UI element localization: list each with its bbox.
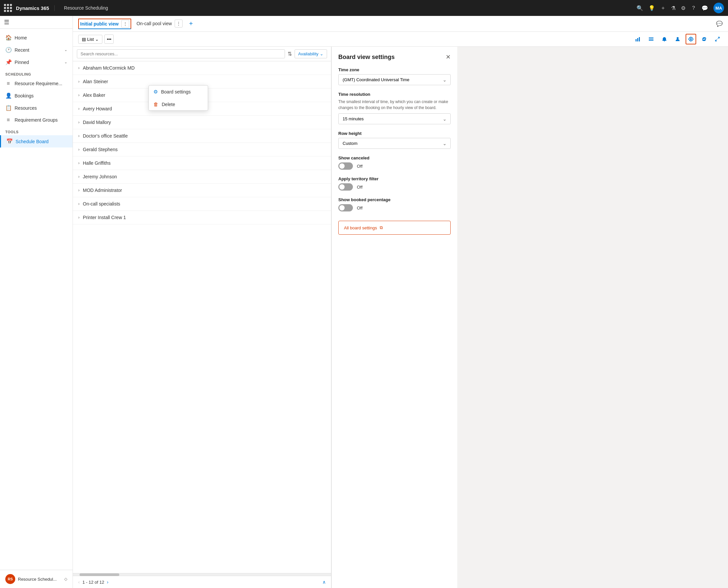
- add-icon[interactable]: ＋: [660, 5, 666, 12]
- time-zone-section: Time zone (GMT) Coordinated Universal Ti…: [338, 67, 451, 85]
- pin-icon: 📌: [5, 59, 11, 65]
- app-launcher-icon[interactable]: [4, 4, 12, 12]
- chat-icon[interactable]: 💬: [702, 5, 708, 11]
- svg-rect-3: [649, 38, 654, 38]
- add-tab-button[interactable]: +: [189, 20, 193, 27]
- recent-icon: 🕐: [5, 47, 11, 53]
- help-icon[interactable]: ？: [691, 5, 696, 12]
- table-row[interactable]: › David Mallory: [73, 116, 331, 129]
- alerts-icon-button[interactable]: [659, 34, 670, 44]
- toolbar-left: ▤ List ⌄ •••: [78, 35, 630, 44]
- schedule-board-icon: 📅: [6, 138, 12, 145]
- row-height-label: Row height: [338, 131, 451, 136]
- toolbar-more-button[interactable]: •••: [104, 35, 114, 44]
- hamburger-icon[interactable]: ☰: [4, 19, 9, 25]
- table-row[interactable]: › Doctor's office Seattle: [73, 129, 331, 143]
- settings-close-button[interactable]: ✕: [446, 54, 451, 61]
- user-filter-icon-button[interactable]: [672, 34, 683, 44]
- sidebar: ☰ 🏠 Home 🕐 Recent ⌄ 📌 Pinned ⌄ Schedulin…: [0, 16, 73, 588]
- filter-icon[interactable]: ⚗: [671, 5, 676, 11]
- table-row[interactable]: › Jeremy Johnson: [73, 170, 331, 184]
- expand-icon-button[interactable]: [712, 34, 723, 44]
- board-settings-icon-button[interactable]: [686, 34, 696, 44]
- sort-icon-button[interactable]: ⇅: [287, 51, 292, 57]
- user-avatar[interactable]: MA: [713, 3, 724, 13]
- resource-panel-header: ⇅ Availability ⌄: [73, 47, 331, 61]
- sidebar-bottom: RS Resource Schedul... ◇: [0, 570, 72, 588]
- multiselect-icon-button[interactable]: [646, 34, 657, 44]
- resource-name: Alan Steiner: [83, 79, 108, 84]
- resource-name: David Mallory: [83, 120, 111, 125]
- tab-more-button[interactable]: ⋮: [175, 20, 183, 27]
- collapse-icon[interactable]: ∧: [322, 580, 326, 585]
- all-board-settings-link[interactable]: All board settings ⧉: [338, 221, 451, 235]
- table-row[interactable]: › Halle Griffiths: [73, 156, 331, 170]
- board-view-settings-panel: Board view settings ✕ Time zone (GMT) Co…: [331, 47, 457, 588]
- resource-name: Halle Griffiths: [83, 161, 111, 166]
- resource-panel: ⇅ Availability ⌄ › Abraham McCormick MD …: [73, 47, 331, 588]
- all-board-settings-label: All board settings: [344, 225, 377, 230]
- view-list-button[interactable]: ▤ List ⌄: [78, 35, 102, 44]
- search-icon[interactable]: 🔍: [637, 5, 643, 11]
- sidebar-item-schedule-board[interactable]: 📅 Schedule Board: [0, 135, 72, 147]
- table-row[interactable]: › Printer Install Crew 1: [73, 211, 331, 224]
- delete-menu-item[interactable]: 🗑 Delete: [149, 98, 208, 110]
- show-booked-percentage-toggle[interactable]: [338, 204, 353, 211]
- time-resolution-desc: The smallest interval of time, by which …: [338, 99, 451, 111]
- scroll-bar[interactable]: [73, 573, 331, 576]
- chat-panel-icon[interactable]: 💬: [716, 21, 723, 27]
- time-resolution-label: Time resolution: [338, 92, 451, 97]
- chevron-right-icon: ›: [78, 215, 80, 220]
- scroll-thumb[interactable]: [80, 573, 119, 576]
- tab-on-call-pool-view[interactable]: On-call pool view ⋮: [132, 17, 187, 31]
- table-row[interactable]: › Abraham McCormick MD: [73, 61, 331, 75]
- time-zone-select-wrapper: (GMT) Coordinated Universal Time: [338, 74, 451, 85]
- top-nav: Dynamics 365 Resource Scheduling 🔍 💡 ＋ ⚗…: [0, 0, 728, 16]
- prev-page-button[interactable]: ‹: [78, 580, 80, 585]
- apply-territory-filter-toggle-label: Off: [357, 185, 363, 190]
- view-label: List: [87, 37, 94, 42]
- gear-icon[interactable]: ⚙: [681, 5, 686, 11]
- sidebar-item-resource-requirements[interactable]: ≡ Resource Requireme...: [0, 78, 72, 89]
- apply-territory-filter-toggle[interactable]: [338, 183, 353, 191]
- sidebar-item-bookings[interactable]: 👤 Bookings: [0, 89, 72, 102]
- row-height-select[interactable]: Custom: [338, 138, 451, 149]
- board-settings-menu-item[interactable]: ⚙ Board settings: [149, 85, 208, 98]
- sidebar-item-label: Recent: [15, 47, 61, 53]
- sidebar-item-requirement-groups[interactable]: ≡ Requirement Groups: [0, 114, 72, 126]
- page-text: 1 - 12 of 12: [83, 580, 104, 585]
- time-zone-select[interactable]: (GMT) Coordinated Universal Time: [338, 74, 451, 85]
- chevron-right-icon: ›: [78, 188, 80, 193]
- show-booked-percentage-toggle-row: Off: [338, 204, 451, 211]
- time-resolution-select[interactable]: 15 minutes: [338, 113, 451, 124]
- sidebar-item-recent[interactable]: 🕐 Recent ⌄: [0, 44, 72, 56]
- tab-initial-public-view[interactable]: Initial public view ⋮: [78, 19, 131, 29]
- sidebar-toggle[interactable]: ☰: [0, 16, 72, 29]
- sidebar-item-resources[interactable]: 📋 Resources: [0, 102, 72, 114]
- settings-title: Board view settings: [338, 54, 395, 61]
- chevron-down-icon: ⌄: [64, 60, 67, 64]
- resource-name: Printer Install Crew 1: [83, 215, 126, 220]
- sidebar-item-label: Requirement Groups: [15, 117, 67, 123]
- resource-name: Gerald Stephens: [83, 147, 117, 152]
- show-booked-percentage-toggle-label: Off: [357, 206, 363, 210]
- show-canceled-section: Show canceled Off: [338, 155, 451, 170]
- table-row[interactable]: › On-call specialists: [73, 197, 331, 211]
- refresh-icon-button[interactable]: [699, 34, 709, 44]
- requirement-groups-icon: ≡: [5, 117, 11, 123]
- lightbulb-icon[interactable]: 💡: [648, 5, 655, 11]
- availability-button[interactable]: Availability ⌄: [295, 49, 327, 58]
- next-page-button[interactable]: ›: [107, 580, 108, 585]
- reports-icon-button[interactable]: [633, 34, 643, 44]
- toggle-thumb: [339, 163, 345, 169]
- sidebar-item-label: Bookings: [15, 93, 67, 99]
- sidebar-item-label: Resource Requireme...: [15, 81, 67, 86]
- search-input[interactable]: [77, 49, 285, 58]
- sidebar-item-home[interactable]: 🏠 Home: [0, 31, 72, 44]
- tab-more-button[interactable]: ⋮: [121, 20, 129, 28]
- show-canceled-toggle[interactable]: [338, 163, 353, 170]
- sidebar-item-pinned[interactable]: 📌 Pinned ⌄: [0, 56, 72, 68]
- delete-label: Delete: [162, 102, 175, 107]
- table-row[interactable]: › Gerald Stephens: [73, 143, 331, 156]
- table-row[interactable]: › MOD Administrator: [73, 184, 331, 197]
